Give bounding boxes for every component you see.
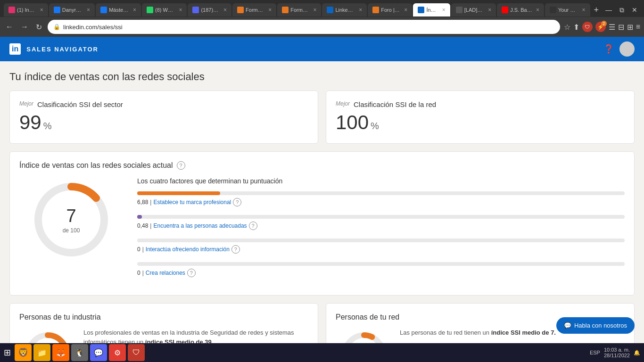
factor-help-4[interactable]: ? [187,269,196,277]
close-tab-icon[interactable]: × [223,7,227,13]
factor-help-2[interactable]: ? [249,222,257,230]
ssi-factors-section: Los cuatro factores que determinan tu pu… [137,177,625,286]
taskbar-item-misc1[interactable]: 🐧 [71,344,88,361]
share-icon[interactable]: ⬆ [573,23,579,32]
minimize-icon[interactable]: — [603,6,615,14]
factor-help-1[interactable]: ? [233,198,241,206]
taskbar-misc1-icon: 🐧 [75,348,84,357]
factor-link-2[interactable]: Encuentra a las personas adecuadas [153,222,247,229]
sidebar-toggle-icon[interactable]: ⊟ [618,23,624,32]
factor-row-1: 6,88 | Establece tu marca profesional ? [137,191,625,206]
profiles-icon[interactable]: ☰ [609,23,615,32]
factor-link-4[interactable]: Crea relaciones [146,270,185,276]
sector-unit: % [43,121,52,132]
forward-button[interactable]: → [19,22,30,32]
linkedin-logo: in [9,43,21,55]
factor-row-4: 0 | Crea relaciones ? [137,262,625,277]
page-content: Tu índice de ventas con las redes social… [0,61,644,362]
factor-label-1: 6,88 | Establece tu marca profesional ? [137,198,625,206]
factor-label-3: 0 | Interactúa ofreciendo información ? [137,245,625,254]
factor-label-4: 0 | Crea relaciones ? [137,269,625,277]
close-tab-icon[interactable]: × [488,7,491,13]
red-mejor-label: Mejor [336,100,350,107]
browser-window: (1) Insta... × Danyra P... × Máster e...… [0,0,644,37]
factor-bar-fill-2 [137,215,142,219]
close-tab-icon[interactable]: × [87,7,90,13]
ssi-donut-section: 7 de 100 [19,177,123,286]
close-tab-icon[interactable]: × [582,7,585,13]
tab-formacion2[interactable]: Formaci... × [277,3,321,16]
sales-navigator-title: SALES NAVIGATOR [26,46,99,53]
restore-icon[interactable]: ⧉ [617,6,627,14]
tab-indice-active[interactable]: Índic... × [413,3,450,16]
chat-button[interactable]: 💬 Habla con nosotros [556,317,635,334]
taskbar-firefox-icon: 🦊 [56,348,66,357]
window-controls: — ⧉ ✕ [603,6,640,14]
close-tab-icon[interactable]: × [179,7,182,13]
tab-formacion1[interactable]: Formaci... × [232,3,276,16]
close-tab-icon[interactable]: × [536,7,539,13]
taskbar-item-teams[interactable]: 💬 [90,344,107,361]
tab-bach[interactable]: J.S. Bach... × [497,3,544,16]
tab-whatsapp[interactable]: (8) What... × [142,3,187,16]
tab-foro[interactable]: Foro | Al... × [368,3,412,16]
taskbar-item-firefox[interactable]: 🦊 [52,344,69,361]
factor-label-2: 0,48 | Encuentra a las personas adecuada… [137,222,625,230]
help-icon[interactable]: ❓ [603,44,614,54]
taskbar-item-explorer[interactable]: 📁 [33,344,50,361]
factor-link-3[interactable]: Interactúa ofreciendo información [146,246,230,253]
top-cards-row: Mejor Clasificación SSI del sector 99 % … [9,90,635,144]
tab-linkedin[interactable]: LinkedIn... × [322,3,367,16]
browser-icons: ☆ ⬆ 🛡 ⚡2 ☰ ⊟ ⊞ ≡ [564,22,640,32]
factor-link-1[interactable]: Establece tu marca profesional [153,199,231,206]
factor-help-3[interactable]: ? [231,245,240,254]
taskbar-folder-icon: 📁 [37,348,47,357]
close-tab-icon[interactable]: × [442,7,446,13]
tab-danyra[interactable]: Danyra P... × [49,3,95,16]
taskbar-lang: ESP [590,350,600,355]
red-card: Mejor Clasificación SSI de la red 100 % [326,90,635,144]
address-bar[interactable]: 🔒 linkedin.com/sales/ssi [48,20,560,34]
reload-button[interactable]: ↻ [34,22,44,33]
ssi-help-icon[interactable]: ? [177,161,185,170]
taskbar-item-brave[interactable]: 🦁 [15,344,32,361]
taskbar-clock: 10:03 a. m. 28/11/2022 [604,347,630,358]
tab-bar: (1) Insta... × Danyra P... × Máster e...… [0,0,644,17]
tab-yourpro[interactable]: Your Pro... × [545,3,590,16]
linkedin-header: in SALES NAVIGATOR ❓ [0,37,644,61]
star-icon[interactable]: ☆ [564,23,570,32]
tab-discord[interactable]: (187) Di... × [188,3,231,16]
close-tab-icon[interactable]: × [133,7,136,13]
close-tab-icon[interactable]: × [40,7,43,13]
close-tab-icon[interactable]: × [359,7,362,13]
notification-icon[interactable]: 🔔 [634,350,640,356]
sector-card: Mejor Clasificación SSI del sector 99 % [9,90,318,144]
taskbar-right: ESP 10:03 a. m. 28/11/2022 🔔 [590,347,640,358]
header-right-controls: ❓ [603,41,635,57]
tab-lad[interactable]: [LAD]_G... × [451,3,496,16]
taskbar-item-misc2[interactable]: ⚙ [109,344,126,361]
new-tab-button[interactable]: + [591,5,602,15]
menu-icon[interactable]: ≡ [636,23,640,31]
back-button[interactable]: ← [4,22,15,32]
start-button[interactable]: ⊞ [4,347,11,358]
close-tab-icon[interactable]: × [313,7,316,13]
tab-master[interactable]: Máster e... × [96,3,141,16]
factor-row-3: 0 | Interactúa ofreciendo información ? [137,239,625,254]
tab-instagram[interactable]: (1) Insta... × [4,3,48,16]
taskbar-item-brave2[interactable]: 🛡 [128,344,145,361]
ssi-donut-chart: 7 de 100 [29,177,114,262]
sector-score: 99 [19,111,41,134]
close-window-icon[interactable]: ✕ [629,6,640,14]
factor-row-2: 0,48 | Encuentra a las personas adecuada… [137,215,625,230]
taskbar-misc2-icon: ⚙ [114,348,121,357]
close-tab-icon[interactable]: × [404,7,407,13]
brave-shield-icon[interactable]: 🛡 [582,22,593,32]
user-avatar[interactable] [619,41,635,57]
downloads-icon[interactable]: ⊞ [627,23,633,32]
taskbar-brave2-icon: 🛡 [132,348,140,357]
close-tab-icon[interactable]: × [268,7,272,13]
lock-icon: 🔒 [53,24,60,30]
taskbar-items: 🦁 📁 🦊 🐧 💬 ⚙ 🛡 [15,344,590,361]
extension-badge-icon[interactable]: ⚡2 [595,22,606,32]
